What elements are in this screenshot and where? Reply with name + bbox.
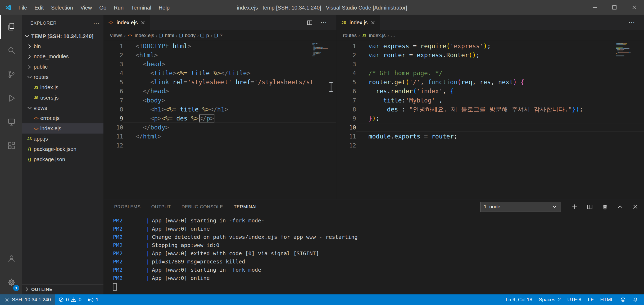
close-tab-icon[interactable]: [370, 20, 376, 25]
cursor-position-status[interactable]: Ln 9, Col 18: [502, 294, 536, 305]
tab-index-js[interactable]: JS index.js: [336, 15, 380, 30]
activity-extensions[interactable]: [0, 134, 22, 158]
activity-search[interactable]: [0, 39, 22, 62]
eol-status[interactable]: LF: [584, 294, 597, 305]
editor-index-js[interactable]: 1var express = require('express');2var r…: [336, 41, 644, 199]
tree-root-folder[interactable]: TEMP [SSH: 10.34.1.240]: [22, 31, 103, 41]
menu-file[interactable]: File: [15, 0, 31, 15]
more-actions-icon[interactable]: ⋯: [320, 19, 327, 26]
activity-settings[interactable]: 1: [0, 271, 22, 294]
screen: FileEditSelectionViewGoRunTerminalHelp i…: [0, 0, 644, 305]
bottom-panel: PROBLEMSOUTPUTDEBUG CONSOLETERMINAL 1: n…: [103, 199, 644, 294]
activity-accounts[interactable]: [0, 247, 22, 271]
chevron-down-icon: [552, 204, 557, 210]
menu-view[interactable]: View: [77, 0, 96, 15]
outline-section[interactable]: OUTLINE: [22, 284, 103, 294]
tree-item-index.ejs[interactable]: <>index.ejs: [22, 123, 103, 134]
terminal-picker[interactable]: 1: node: [480, 202, 561, 212]
breadcrumb-p[interactable]: p: [201, 33, 209, 38]
maximize-panel-icon[interactable]: [617, 204, 624, 210]
tab-label: index.ejs: [117, 19, 138, 25]
tree-item-index.js[interactable]: JSindex.js: [22, 82, 103, 93]
explorer-more-button[interactable]: ⋯: [93, 19, 99, 27]
tree-item-public[interactable]: public: [22, 62, 103, 72]
menu-go[interactable]: Go: [96, 0, 110, 15]
tree-item-node_modules[interactable]: node_modules: [22, 51, 103, 62]
close-panel-icon[interactable]: [632, 204, 639, 210]
tree-item-package.json[interactable]: {}package.json: [22, 154, 103, 164]
terminal[interactable]: PM2|App [www:0] starting in -fork mode-P…: [103, 214, 644, 294]
code-line: 2var router = express.Router();: [336, 51, 644, 60]
menu-edit[interactable]: Edit: [31, 0, 47, 15]
breadcrumbs: routes›JSindex.js›…: [336, 30, 644, 41]
breadcrumb-index.ejs[interactable]: <>index.ejs: [127, 33, 154, 38]
sidebar-explorer: EXPLORER ⋯ TEMP [SSH: 10.34.1.240] binno…: [22, 15, 103, 294]
activity-run-and-debug[interactable]: [0, 86, 22, 110]
editor-index-ejs[interactable]: 1<!DOCTYPE html>2<html>3 <head>4 <title>…: [103, 41, 336, 199]
more-actions-icon[interactable]: ⋯: [628, 19, 635, 26]
tab-index-ejs[interactable]: <> index.ejs: [103, 15, 150, 30]
code-line: 8 des : "안녕하세요. 제 블로그를 방문해 주셔서 감사합니다."})…: [336, 105, 644, 114]
bracket-match-box: </p>: [199, 115, 214, 122]
tree-item-views[interactable]: views: [22, 103, 103, 113]
symbol-icon: [214, 34, 217, 37]
split-editor-icon[interactable]: [306, 19, 313, 26]
breadcrumb-…[interactable]: …: [391, 33, 396, 38]
code-line: 5 <link rel='stylesheet' href='/styleshe…: [103, 78, 336, 87]
panel-tab-output[interactable]: OUTPUT: [151, 199, 171, 214]
breadcrumb-routes[interactable]: routes: [343, 33, 357, 38]
close-tab-icon[interactable]: [140, 20, 146, 25]
breadcrumb-index.js[interactable]: JSindex.js: [362, 33, 386, 38]
activity-explorer[interactable]: [0, 15, 22, 39]
new-terminal-icon[interactable]: [571, 204, 578, 210]
ejs-file-icon: <>: [33, 116, 39, 120]
accounts-icon: [7, 254, 16, 263]
breadcrumb-html[interactable]: html: [159, 33, 174, 38]
language-mode-status[interactable]: HTML: [597, 294, 617, 305]
remote-indicator[interactable]: SSH: 10.34.1.240: [0, 294, 55, 305]
tree-item-users.js[interactable]: JSusers.js: [22, 92, 103, 103]
panel-tab-problems[interactable]: PROBLEMS: [114, 199, 141, 214]
indent-label: Spaces: 2: [539, 297, 561, 303]
code-line: 4 <title><%= title %></title>: [103, 69, 336, 78]
breadcrumb-?[interactable]: ?: [214, 33, 222, 38]
panel-header: PROBLEMSOUTPUTDEBUG CONSOLETERMINAL 1: n…: [103, 199, 644, 214]
notifications-status[interactable]: [629, 294, 642, 305]
minimap[interactable]: [312, 42, 329, 57]
chevron-down-icon: [26, 105, 33, 111]
panel-tab-debug-console[interactable]: DEBUG CONSOLE: [182, 199, 223, 214]
ports-status[interactable]: 1: [85, 294, 102, 305]
tree-item-routes[interactable]: routes: [22, 72, 103, 82]
minimize-button[interactable]: [585, 0, 605, 15]
breadcrumb-views[interactable]: views: [110, 33, 123, 38]
remote-explorer-icon: [7, 117, 16, 127]
eol-label: LF: [588, 297, 594, 303]
feedback-status[interactable]: [617, 294, 629, 305]
js-file-icon: JS: [26, 137, 33, 141]
terminal-line: PM2|App [www:0] starting in -fork mode-: [113, 217, 644, 225]
minimap[interactable]: [616, 42, 639, 57]
menu-run[interactable]: Run: [110, 0, 127, 15]
close-window-button[interactable]: [624, 0, 644, 15]
tree-item-bin[interactable]: bin: [22, 41, 103, 51]
remote-icon: [4, 297, 10, 303]
kill-terminal-icon[interactable]: [602, 204, 608, 210]
remote-label: SSH: 10.34.1.240: [12, 297, 51, 303]
code-line: 1<!DOCTYPE html>: [103, 42, 336, 51]
tree-item-error.ejs[interactable]: <>error.ejs: [22, 113, 103, 123]
menu-selection[interactable]: Selection: [47, 0, 77, 15]
activity-remote-explorer[interactable]: [0, 110, 22, 134]
menu-terminal[interactable]: Terminal: [127, 0, 155, 15]
menu-help[interactable]: Help: [155, 0, 173, 15]
encoding-status[interactable]: UTF-8: [564, 294, 585, 305]
indentation-status[interactable]: Spaces: 2: [536, 294, 564, 305]
tree-item-app.js[interactable]: JSapp.js: [22, 134, 103, 144]
tree-item-package-lock.json[interactable]: {}package-lock.json: [22, 144, 103, 154]
ejs-file-icon: <>: [108, 20, 114, 25]
activity-source-control[interactable]: [0, 62, 22, 86]
split-terminal-icon[interactable]: [587, 204, 593, 210]
maximize-button[interactable]: [605, 0, 624, 15]
breadcrumb-body[interactable]: body: [179, 33, 196, 38]
panel-tab-terminal[interactable]: TERMINAL: [234, 199, 258, 214]
problems-status[interactable]: 0 0: [55, 294, 85, 305]
